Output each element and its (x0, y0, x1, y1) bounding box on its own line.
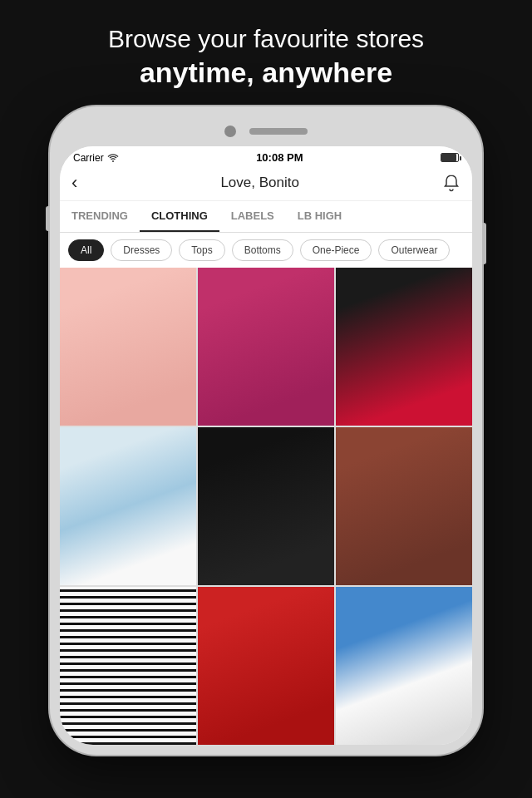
filter-pill-tops[interactable]: Tops (179, 239, 224, 261)
filter-pill-bottoms[interactable]: Bottoms (232, 239, 293, 261)
status-right (441, 153, 459, 162)
product-item-6[interactable] (336, 427, 472, 585)
product-item-4[interactable] (60, 427, 196, 585)
phone-frame: Carrier 10:08 PM ‹ Love, Bonito (50, 106, 482, 755)
front-camera (224, 126, 236, 137)
filter-pill-outerwear[interactable]: Outerwear (378, 239, 450, 261)
hero-line2: anytime, anywhere (108, 55, 424, 91)
product-item-1[interactable] (60, 268, 196, 426)
back-button[interactable]: ‹ (71, 172, 77, 194)
product-item-9[interactable] (336, 587, 472, 745)
speaker-grille (249, 128, 308, 135)
product-item-7[interactable] (60, 587, 196, 745)
nav-title: Love, Bonito (220, 175, 299, 191)
product-item-2[interactable] (198, 268, 334, 426)
product-item-5[interactable] (198, 427, 334, 585)
filter-row: AllDressesTopsBottomsOne-PieceOuterwear (60, 233, 472, 268)
tabs-row: TRENDINGCLOTHINGLABELSLB HIGH (60, 201, 472, 233)
nav-bar: ‹ Love, Bonito (60, 167, 472, 201)
tab-labels[interactable]: LABELS (219, 201, 286, 232)
status-left: Carrier (73, 152, 119, 164)
power-button (482, 223, 486, 264)
tab-trending[interactable]: TRENDING (60, 201, 140, 232)
status-bar: Carrier 10:08 PM (60, 146, 472, 167)
battery-icon (441, 153, 459, 162)
phone-notch (60, 116, 472, 146)
volume-button (46, 206, 50, 231)
svg-point-0 (112, 160, 114, 162)
product-item-3[interactable] (336, 268, 472, 426)
filter-pill-dresses[interactable]: Dresses (111, 239, 172, 261)
filter-pill-all[interactable]: All (68, 239, 104, 261)
hero-line1: Browse your favourite stores (108, 23, 424, 55)
wifi-icon (107, 153, 119, 162)
product-grid (60, 268, 472, 745)
carrier-label: Carrier (73, 152, 104, 164)
tab-clothing[interactable]: CLOTHING (140, 201, 219, 232)
product-item-8[interactable] (198, 587, 334, 745)
hero-section: Browse your favourite stores anytime, an… (75, 0, 457, 106)
battery-fill (441, 154, 456, 161)
bell-icon[interactable] (442, 174, 461, 192)
filter-pill-one-piece[interactable]: One-Piece (300, 239, 372, 261)
status-time: 10:08 PM (256, 151, 303, 164)
phone-screen: Carrier 10:08 PM ‹ Love, Bonito (60, 146, 472, 745)
tab-lb high[interactable]: LB HIGH (286, 201, 353, 232)
